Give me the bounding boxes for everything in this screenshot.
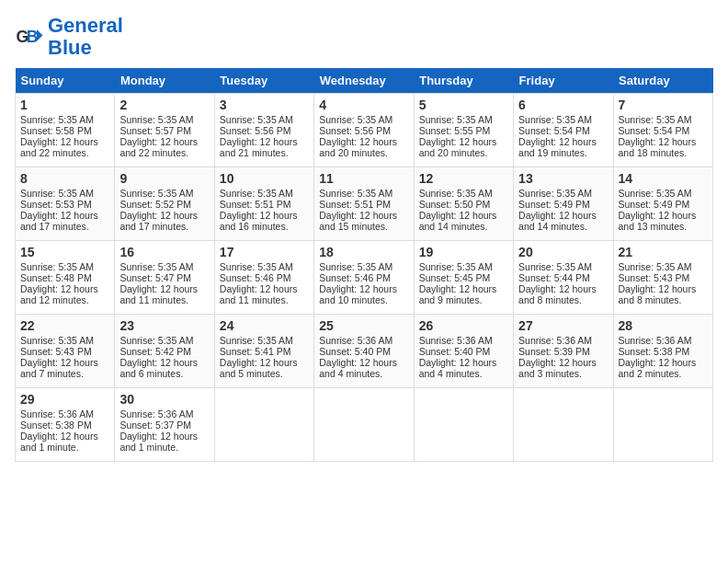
day-number: 14 bbox=[619, 171, 708, 186]
column-header-wednesday: Wednesday bbox=[314, 68, 414, 94]
sunset-label: Sunset: 5:55 PM bbox=[419, 125, 491, 136]
daylight-label: Daylight: 12 hours and 16 minutes. bbox=[220, 210, 298, 232]
calendar-cell: 7Sunrise: 5:35 AMSunset: 5:54 PMDaylight… bbox=[613, 94, 712, 167]
logo-icon: G B bbox=[15, 22, 44, 52]
sunrise-label: Sunrise: 5:36 AM bbox=[619, 335, 692, 346]
daylight-label: Daylight: 12 hours and 22 minutes. bbox=[119, 136, 198, 158]
day-number: 7 bbox=[619, 98, 708, 112]
day-number: 16 bbox=[119, 245, 209, 259]
column-header-thursday: Thursday bbox=[414, 68, 513, 94]
calendar-header-row: SundayMondayTuesdayWednesdayThursdayFrid… bbox=[16, 68, 713, 94]
day-number: 21 bbox=[619, 245, 708, 259]
daylight-label: Daylight: 12 hours and 11 minutes. bbox=[220, 283, 298, 305]
daylight-label: Daylight: 12 hours and 20 minutes. bbox=[419, 136, 497, 158]
calendar-cell bbox=[314, 388, 414, 462]
sunrise-label: Sunrise: 5:35 AM bbox=[220, 114, 293, 125]
svg-marker-2 bbox=[37, 29, 42, 41]
sunset-label: Sunset: 5:38 PM bbox=[20, 419, 92, 431]
sunrise-label: Sunrise: 5:35 AM bbox=[419, 114, 493, 125]
logo: G B GeneralBlue bbox=[15, 15, 123, 59]
calendar-cell: 24Sunrise: 5:35 AMSunset: 5:41 PMDayligh… bbox=[214, 315, 313, 388]
column-header-saturday: Saturday bbox=[613, 68, 712, 94]
calendar-cell: 25Sunrise: 5:36 AMSunset: 5:40 PMDayligh… bbox=[314, 315, 414, 388]
daylight-label: Daylight: 12 hours and 3 minutes. bbox=[518, 357, 597, 379]
sunset-label: Sunset: 5:43 PM bbox=[20, 346, 92, 357]
sunrise-label: Sunrise: 5:35 AM bbox=[119, 335, 193, 346]
sunset-label: Sunset: 5:46 PM bbox=[319, 272, 391, 283]
daylight-label: Daylight: 12 hours and 21 minutes. bbox=[220, 136, 298, 158]
svg-text:B: B bbox=[27, 29, 39, 47]
sunrise-label: Sunrise: 5:35 AM bbox=[619, 188, 692, 199]
daylight-label: Daylight: 12 hours and 22 minutes. bbox=[20, 136, 98, 158]
sunrise-label: Sunrise: 5:35 AM bbox=[220, 188, 293, 199]
day-number: 28 bbox=[619, 318, 708, 333]
day-number: 18 bbox=[319, 245, 408, 259]
day-number: 4 bbox=[319, 98, 408, 112]
sunset-label: Sunset: 5:48 PM bbox=[20, 272, 92, 283]
calendar-cell: 28Sunrise: 5:36 AMSunset: 5:38 PMDayligh… bbox=[613, 315, 712, 388]
sunrise-label: Sunrise: 5:36 AM bbox=[419, 335, 493, 346]
sunrise-label: Sunrise: 5:36 AM bbox=[518, 335, 592, 346]
sunrise-label: Sunrise: 5:35 AM bbox=[419, 188, 493, 199]
day-number: 30 bbox=[119, 392, 209, 407]
day-number: 5 bbox=[419, 98, 508, 112]
sunrise-label: Sunrise: 5:36 AM bbox=[119, 408, 193, 419]
sunset-label: Sunset: 5:52 PM bbox=[119, 199, 191, 210]
day-number: 12 bbox=[419, 171, 508, 186]
calendar-cell: 23Sunrise: 5:35 AMSunset: 5:42 PMDayligh… bbox=[115, 315, 214, 388]
daylight-label: Daylight: 12 hours and 20 minutes. bbox=[319, 136, 397, 158]
day-number: 11 bbox=[319, 171, 408, 186]
sunrise-label: Sunrise: 5:36 AM bbox=[319, 335, 392, 346]
daylight-label: Daylight: 12 hours and 2 minutes. bbox=[619, 357, 697, 379]
calendar-cell: 16Sunrise: 5:35 AMSunset: 5:47 PMDayligh… bbox=[115, 241, 214, 315]
sunrise-label: Sunrise: 5:35 AM bbox=[119, 188, 193, 199]
day-number: 29 bbox=[20, 392, 109, 407]
sunrise-label: Sunrise: 5:35 AM bbox=[319, 188, 392, 199]
page-header: G B GeneralBlue bbox=[15, 15, 713, 59]
calendar-cell: 8Sunrise: 5:35 AMSunset: 5:53 PMDaylight… bbox=[16, 167, 115, 241]
day-number: 6 bbox=[518, 98, 608, 112]
daylight-label: Daylight: 12 hours and 19 minutes. bbox=[518, 136, 597, 158]
calendar-cell: 11Sunrise: 5:35 AMSunset: 5:51 PMDayligh… bbox=[314, 167, 414, 241]
calendar-cell: 9Sunrise: 5:35 AMSunset: 5:52 PMDaylight… bbox=[115, 167, 214, 241]
day-number: 3 bbox=[220, 98, 309, 112]
daylight-label: Daylight: 12 hours and 8 minutes. bbox=[518, 283, 597, 305]
day-number: 22 bbox=[20, 318, 109, 333]
daylight-label: Daylight: 12 hours and 18 minutes. bbox=[619, 136, 697, 158]
sunset-label: Sunset: 5:51 PM bbox=[220, 199, 291, 210]
sunset-label: Sunset: 5:54 PM bbox=[518, 125, 590, 136]
daylight-label: Daylight: 12 hours and 4 minutes. bbox=[319, 357, 397, 379]
day-number: 10 bbox=[220, 171, 309, 186]
calendar-cell: 14Sunrise: 5:35 AMSunset: 5:49 PMDayligh… bbox=[613, 167, 712, 241]
sunset-label: Sunset: 5:47 PM bbox=[119, 272, 191, 283]
week-row-4: 22Sunrise: 5:35 AMSunset: 5:43 PMDayligh… bbox=[16, 315, 713, 388]
sunset-label: Sunset: 5:44 PM bbox=[518, 272, 590, 283]
sunset-label: Sunset: 5:40 PM bbox=[319, 346, 391, 357]
sunset-label: Sunset: 5:56 PM bbox=[319, 125, 391, 136]
daylight-label: Daylight: 12 hours and 15 minutes. bbox=[319, 210, 397, 232]
sunset-label: Sunset: 5:51 PM bbox=[319, 199, 391, 210]
sunrise-label: Sunrise: 5:35 AM bbox=[220, 261, 293, 272]
calendar-cell: 6Sunrise: 5:35 AMSunset: 5:54 PMDaylight… bbox=[514, 94, 613, 167]
calendar-cell: 1Sunrise: 5:35 AMSunset: 5:58 PMDaylight… bbox=[16, 94, 115, 167]
week-row-1: 1Sunrise: 5:35 AMSunset: 5:58 PMDaylight… bbox=[16, 94, 713, 167]
daylight-label: Daylight: 12 hours and 1 minute. bbox=[119, 431, 198, 453]
day-number: 9 bbox=[119, 171, 209, 186]
calendar-cell: 17Sunrise: 5:35 AMSunset: 5:46 PMDayligh… bbox=[214, 241, 313, 315]
logo-text: GeneralBlue bbox=[48, 15, 123, 59]
calendar-table: SundayMondayTuesdayWednesdayThursdayFrid… bbox=[15, 68, 713, 462]
column-header-tuesday: Tuesday bbox=[214, 68, 313, 94]
week-row-3: 15Sunrise: 5:35 AMSunset: 5:48 PMDayligh… bbox=[16, 241, 713, 315]
day-number: 26 bbox=[419, 318, 508, 333]
sunset-label: Sunset: 5:37 PM bbox=[119, 419, 191, 431]
sunset-label: Sunset: 5:49 PM bbox=[518, 199, 590, 210]
sunset-label: Sunset: 5:54 PM bbox=[619, 125, 690, 136]
sunset-label: Sunset: 5:58 PM bbox=[20, 125, 92, 136]
calendar-cell: 4Sunrise: 5:35 AMSunset: 5:56 PMDaylight… bbox=[314, 94, 414, 167]
day-number: 19 bbox=[419, 245, 508, 259]
column-header-sunday: Sunday bbox=[16, 68, 115, 94]
day-number: 27 bbox=[518, 318, 608, 333]
sunrise-label: Sunrise: 5:35 AM bbox=[20, 188, 94, 199]
sunset-label: Sunset: 5:41 PM bbox=[220, 346, 291, 357]
week-row-2: 8Sunrise: 5:35 AMSunset: 5:53 PMDaylight… bbox=[16, 167, 713, 241]
